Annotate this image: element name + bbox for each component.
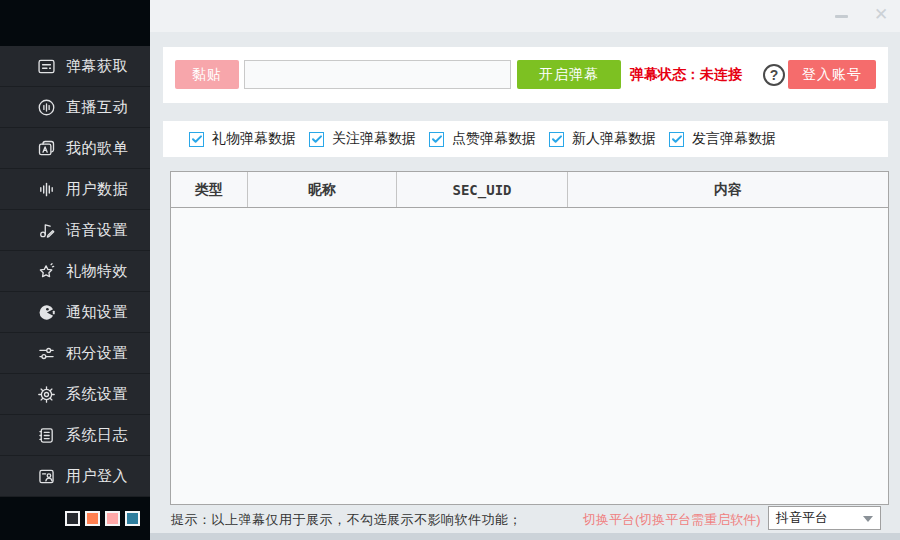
filter-like-danmaku[interactable]: 点赞弹幕数据 bbox=[429, 130, 536, 148]
system-log-icon bbox=[35, 424, 57, 446]
sidebar-item-user-login[interactable]: 用户登入 bbox=[0, 456, 150, 497]
login-account-button[interactable]: 登入账号 bbox=[788, 60, 876, 89]
minimize-icon[interactable] bbox=[835, 15, 848, 18]
sidebar-item-label: 弹幕获取 bbox=[66, 57, 128, 76]
sidebar-item-label: 我的歌单 bbox=[66, 139, 128, 158]
sidebar-header bbox=[0, 0, 150, 46]
filter-panel: 礼物弹幕数据 关注弹幕数据 点赞弹幕数据 新人弹幕数据 发言弹幕数据 bbox=[163, 121, 888, 157]
sidebar: 弹幕获取 直播互动 我的歌单 用户数据 bbox=[0, 0, 150, 540]
status-value: 未连接 bbox=[700, 66, 742, 84]
theme-swatch-bar bbox=[0, 497, 150, 540]
checkbox-checked-icon[interactable] bbox=[309, 132, 324, 147]
titlebar bbox=[150, 0, 900, 32]
filter-follow-danmaku[interactable]: 关注弹幕数据 bbox=[309, 130, 416, 148]
filter-label: 点赞弹幕数据 bbox=[452, 130, 536, 148]
filter-chat-danmaku[interactable]: 发言弹幕数据 bbox=[669, 130, 776, 148]
app-window: 弹幕获取 直播互动 我的歌单 用户数据 bbox=[0, 0, 900, 540]
chevron-down-icon bbox=[863, 516, 873, 522]
checkbox-checked-icon[interactable] bbox=[189, 132, 204, 147]
switch-platform-link[interactable]: 切换平台(切换平台需重启软件) bbox=[583, 511, 761, 529]
checkbox-checked-icon[interactable] bbox=[549, 132, 564, 147]
gear-icon bbox=[35, 383, 57, 405]
sidebar-item-gift-effect[interactable]: 礼物特效 bbox=[0, 251, 150, 292]
sidebar-item-playlist[interactable]: 我的歌单 bbox=[0, 128, 150, 169]
paste-button[interactable]: 黏贴 bbox=[175, 60, 239, 89]
sidebar-item-label: 礼物特效 bbox=[66, 262, 128, 281]
sidebar-item-label: 语音设置 bbox=[66, 221, 128, 240]
checkbox-checked-icon[interactable] bbox=[429, 132, 444, 147]
theme-swatch-dark[interactable] bbox=[65, 511, 80, 526]
main-area: ✕ 黏贴 开启弹幕 弹幕状态： 未连接 ? 登入账号 礼物弹幕数据 关注弹幕数据 bbox=[150, 0, 900, 540]
footer-hint-text: 提示：以上弹幕仅用于展示，不勾选展示不影响软件功能； bbox=[171, 511, 522, 529]
filter-gift-danmaku[interactable]: 礼物弹幕数据 bbox=[189, 130, 296, 148]
status-label: 弹幕状态： bbox=[630, 66, 700, 84]
theme-swatch-teal[interactable] bbox=[125, 511, 140, 526]
sidebar-nav: 弹幕获取 直播互动 我的歌单 用户数据 bbox=[0, 46, 150, 497]
column-header-type: 类型 bbox=[171, 172, 248, 207]
danmaku-status: 弹幕状态： 未连接 bbox=[630, 47, 742, 103]
sidebar-item-danmaku[interactable]: 弹幕获取 bbox=[0, 46, 150, 87]
sidebar-item-system-settings[interactable]: 系统设置 bbox=[0, 374, 150, 415]
help-icon[interactable]: ? bbox=[763, 64, 785, 86]
table-header-row: 类型 昵称 SEC_UID 内容 bbox=[171, 172, 888, 208]
filter-label: 新人弹幕数据 bbox=[572, 130, 656, 148]
filter-label: 礼物弹幕数据 bbox=[212, 130, 296, 148]
column-header-content: 内容 bbox=[568, 172, 888, 207]
notify-settings-icon bbox=[35, 301, 57, 323]
sidebar-item-notify-settings[interactable]: 通知设置 bbox=[0, 292, 150, 333]
column-header-nickname: 昵称 bbox=[248, 172, 397, 207]
sidebar-item-system-log[interactable]: 系统日志 bbox=[0, 415, 150, 456]
platform-selected-value: 抖音平台 bbox=[776, 509, 828, 527]
danmaku-icon bbox=[35, 55, 57, 77]
sidebar-item-label: 系统设置 bbox=[66, 385, 128, 404]
danmaku-table: 类型 昵称 SEC_UID 内容 bbox=[170, 171, 889, 505]
table-body-empty bbox=[171, 208, 888, 505]
column-header-sec-uid: SEC_UID bbox=[397, 172, 568, 207]
filter-newcomer-danmaku[interactable]: 新人弹幕数据 bbox=[549, 130, 656, 148]
user-data-icon bbox=[35, 178, 57, 200]
points-settings-icon bbox=[35, 342, 57, 364]
theme-swatch-orange[interactable] bbox=[85, 511, 100, 526]
close-icon[interactable]: ✕ bbox=[870, 4, 892, 26]
sidebar-item-points-settings[interactable]: 积分设置 bbox=[0, 333, 150, 374]
platform-select[interactable]: 抖音平台 bbox=[768, 506, 881, 530]
sidebar-item-label: 积分设置 bbox=[66, 344, 128, 363]
sidebar-item-live-interact[interactable]: 直播互动 bbox=[0, 87, 150, 128]
filter-label: 关注弹幕数据 bbox=[332, 130, 416, 148]
user-login-icon bbox=[35, 465, 57, 487]
sidebar-item-voice-settings[interactable]: 语音设置 bbox=[0, 210, 150, 251]
sidebar-item-user-data[interactable]: 用户数据 bbox=[0, 169, 150, 210]
playlist-icon bbox=[35, 137, 57, 159]
checkbox-checked-icon[interactable] bbox=[669, 132, 684, 147]
sidebar-item-label: 通知设置 bbox=[66, 303, 128, 322]
connection-panel: 黏贴 开启弹幕 弹幕状态： 未连接 ? 登入账号 bbox=[163, 47, 888, 103]
filter-label: 发言弹幕数据 bbox=[692, 130, 776, 148]
live-interact-icon bbox=[35, 96, 57, 118]
sidebar-item-label: 系统日志 bbox=[66, 426, 128, 445]
sidebar-item-label: 用户登入 bbox=[66, 467, 128, 486]
gift-effect-icon bbox=[35, 260, 57, 282]
room-url-input[interactable] bbox=[244, 60, 511, 89]
sidebar-item-label: 用户数据 bbox=[66, 180, 128, 199]
window-bottom-edge bbox=[150, 533, 900, 540]
voice-settings-icon bbox=[35, 219, 57, 241]
start-danmaku-button[interactable]: 开启弹幕 bbox=[517, 60, 621, 89]
theme-swatch-pink[interactable] bbox=[105, 511, 120, 526]
sidebar-item-label: 直播互动 bbox=[66, 98, 128, 117]
